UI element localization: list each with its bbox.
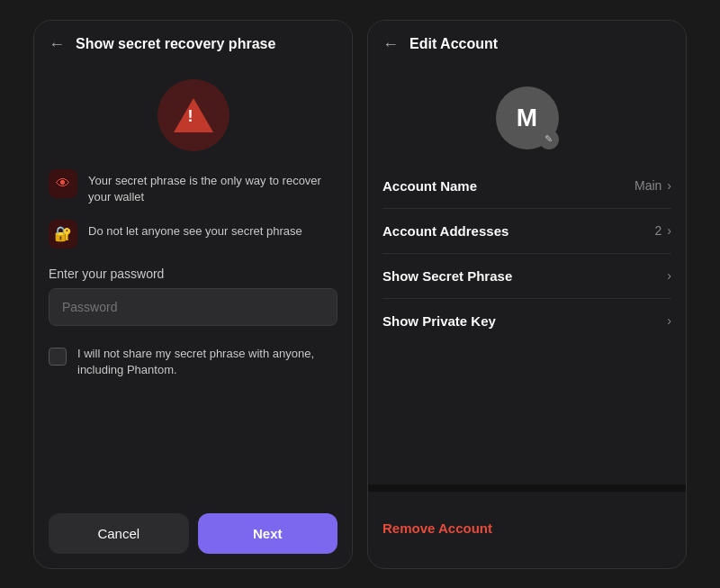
info-list: 👁 Your secret phrase is the only way to … — [34, 169, 352, 249]
eye-icon: 👁 — [49, 169, 77, 198]
show-secret-phrase-chevron: › — [667, 268, 671, 283]
show-secret-phrase-label: Show Secret Phrase — [382, 268, 512, 284]
agree-checkbox[interactable] — [49, 348, 67, 366]
remove-account-item[interactable]: Remove Account — [382, 506, 671, 550]
avatar-section: M ✎ — [368, 65, 686, 164]
account-addresses-item[interactable]: Account Addresses 2 › — [382, 209, 671, 254]
password-label: Enter your password — [49, 267, 338, 281]
left-header: ← Show secret recovery phrase — [34, 21, 352, 65]
right-screen: ← Edit Account M ✎ Account Name Main › A… — [367, 20, 687, 569]
info-item-2: 🔐 Do not let anyone see your secret phra… — [49, 220, 338, 249]
menu-list: Account Name Main › Account Addresses 2 … — [368, 164, 686, 484]
warning-triangle-icon — [174, 98, 213, 132]
account-name-right: Main › — [634, 178, 671, 193]
button-row: Cancel Next — [34, 502, 352, 568]
menu-divider — [368, 484, 686, 492]
show-private-key-label: Show Private Key — [382, 313, 496, 329]
right-screen-title: Edit Account — [410, 36, 498, 52]
info-text-1: Your secret phrase is the only way to re… — [88, 169, 338, 205]
avatar[interactable]: M ✎ — [496, 86, 559, 149]
show-secret-phrase-right: › — [667, 268, 671, 283]
password-input[interactable] — [49, 288, 338, 326]
left-back-button[interactable]: ← — [49, 35, 65, 54]
remove-account-section: Remove Account — [368, 499, 686, 568]
warning-icon-container — [158, 79, 230, 151]
info-item-1: 👁 Your secret phrase is the only way to … — [49, 169, 338, 205]
cancel-button[interactable]: Cancel — [49, 513, 189, 554]
checkbox-section: I will not share my secret phrase with a… — [34, 335, 352, 502]
show-private-key-chevron: › — [667, 313, 671, 328]
account-addresses-label: Account Addresses — [382, 223, 508, 239]
account-name-item[interactable]: Account Name Main › — [382, 164, 671, 209]
right-header: ← Edit Account — [368, 21, 686, 65]
info-text-2: Do not let anyone see your secret phrase — [88, 220, 302, 240]
lock-icon: 🔐 — [49, 220, 77, 249]
show-private-key-right: › — [667, 313, 671, 328]
account-name-chevron: › — [667, 178, 671, 193]
account-name-value: Main — [634, 178, 662, 193]
account-name-label: Account Name — [382, 178, 477, 194]
checkbox-label: I will not share my secret phrase with a… — [77, 346, 338, 378]
left-screen-title: Show secret recovery phrase — [76, 36, 275, 52]
account-addresses-chevron: › — [667, 223, 671, 238]
edit-avatar-button[interactable]: ✎ — [539, 130, 559, 149]
remove-account-label: Remove Account — [382, 520, 492, 536]
right-back-button[interactable]: ← — [382, 35, 399, 54]
password-section: Enter your password — [34, 249, 352, 335]
show-secret-phrase-item[interactable]: Show Secret Phrase › — [382, 254, 671, 299]
left-screen: ← Show secret recovery phrase 👁 Your sec… — [33, 20, 353, 569]
avatar-letter: M — [517, 104, 537, 132]
next-button[interactable]: Next — [198, 513, 338, 554]
show-private-key-item[interactable]: Show Private Key › — [382, 299, 671, 343]
account-addresses-right: 2 › — [655, 223, 671, 238]
account-addresses-value: 2 — [655, 223, 662, 238]
